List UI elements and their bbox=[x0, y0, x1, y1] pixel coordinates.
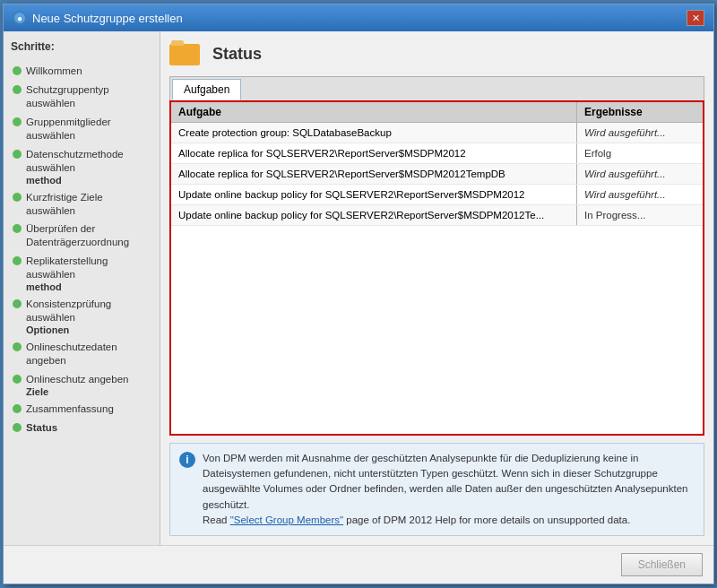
step-dot bbox=[13, 66, 22, 75]
folder-icon bbox=[169, 40, 202, 67]
info-icon: i bbox=[179, 452, 195, 468]
app-icon: ● bbox=[13, 11, 27, 25]
sidebar-item-status[interactable]: Status bbox=[11, 419, 152, 437]
footer: Schließen bbox=[4, 545, 713, 584]
sidebar-item-kurzfristige[interactable]: Kurzfristige Ziele auswählen bbox=[11, 188, 152, 220]
main-window: ● Neue Schutzgruppe erstellen ✕ Schritte… bbox=[3, 4, 714, 584]
info-read-prefix: Read bbox=[203, 514, 230, 525]
sidebar-item-label: Schutzgruppentyp auswählen bbox=[26, 83, 151, 110]
table-row: Allocate replica for SQLSERVER2\ReportSe… bbox=[171, 143, 703, 164]
step-dot bbox=[13, 299, 22, 308]
sidebar-item-label: Gruppenmitglieder auswählen bbox=[26, 116, 151, 143]
sidebar-item-zusammenfassung[interactable]: Zusammenfassung bbox=[11, 400, 152, 419]
sidebar-item-willkommen[interactable]: Willkommen bbox=[11, 62, 152, 81]
sidebar-item-datenschutz[interactable]: Datenschutzmethode auswählen method bbox=[11, 145, 152, 188]
sidebar: Schritte: Willkommen Schutzgruppentyp au… bbox=[4, 31, 160, 545]
sidebar-item-konsistenz[interactable]: Konsistenzprüfung auswählen Optionen bbox=[11, 295, 152, 338]
close-dialog-button[interactable]: Schließen bbox=[621, 553, 703, 576]
title-bar-left: ● Neue Schutzgruppe erstellen bbox=[13, 11, 183, 25]
step-dot bbox=[13, 342, 22, 351]
sidebar-item-label: Zusammenfassung bbox=[26, 402, 114, 416]
info-text: Von DPM werden mit Ausnahme der geschütz… bbox=[203, 451, 695, 528]
info-text-main: Von DPM werden mit Ausnahme der geschütz… bbox=[203, 453, 688, 510]
step-dot bbox=[13, 150, 22, 159]
sidebar-item-onlineschutz1[interactable]: Onlineschutzedaten angeben bbox=[11, 338, 152, 370]
table-header: Aufgabe Ergebnisse bbox=[171, 102, 703, 123]
main-panel: Status Aufgaben Aufgabe Ergebnisse Creat… bbox=[160, 31, 713, 545]
step-dot bbox=[13, 117, 22, 126]
sidebar-item-sub: Optionen bbox=[26, 324, 151, 335]
step-dot bbox=[13, 224, 22, 233]
sidebar-item-schutzgruppentyp[interactable]: Schutzgruppentyp auswählen bbox=[11, 81, 152, 113]
sidebar-item-label: Willkommen bbox=[26, 65, 82, 78]
col-task-header: Aufgabe bbox=[171, 102, 577, 122]
sidebar-item-label: Kurzfristige Ziele auswählen bbox=[26, 191, 151, 218]
close-button[interactable]: ✕ bbox=[687, 10, 704, 26]
info-read-suffix: page of DPM 2012 Help for more details o… bbox=[343, 514, 630, 525]
sidebar-item-label: Replikaterstellung auswählen bbox=[26, 255, 151, 281]
info-box: i Von DPM werden mit Ausnahme der geschü… bbox=[169, 443, 704, 536]
sidebar-item-sub: Ziele bbox=[26, 386, 128, 397]
panel-header: Status bbox=[169, 40, 704, 67]
table-row: Update online backup policy for SQLSERVE… bbox=[171, 185, 703, 205]
sidebar-item-label: Überprüfen der Datenträgerzuordnung bbox=[26, 222, 151, 249]
step-dot bbox=[13, 256, 22, 265]
sidebar-item-label: Konsistenzprüfung auswählen bbox=[26, 298, 151, 324]
result-cell: In Progress... bbox=[577, 205, 703, 225]
sidebar-item-sub: method bbox=[26, 175, 151, 186]
sidebar-item-label: Onlineschutz angeben bbox=[26, 373, 128, 386]
step-dot bbox=[13, 85, 22, 94]
task-cell: Create protection group: SQLDatabaseBack… bbox=[171, 123, 577, 143]
task-cell: Allocate replica for SQLSERVER2\ReportSe… bbox=[171, 143, 577, 163]
sidebar-item-label: Onlineschutzedaten angeben bbox=[26, 341, 151, 368]
content-area: Schritte: Willkommen Schutzgruppentyp au… bbox=[4, 31, 713, 545]
step-dot bbox=[13, 193, 22, 202]
sidebar-item-replikaterstellung[interactable]: Replikaterstellung auswählen method bbox=[11, 252, 152, 295]
title-bar: ● Neue Schutzgruppe erstellen ✕ bbox=[4, 4, 713, 31]
table-row: Update online backup policy for SQLSERVE… bbox=[171, 205, 703, 226]
table-row: Allocate replica for SQLSERVER2\ReportSe… bbox=[171, 164, 703, 185]
step-dot bbox=[13, 423, 22, 432]
result-cell: Wird ausgeführt... bbox=[577, 123, 703, 143]
sidebar-item-label: Datenschutzmethode auswählen bbox=[26, 148, 151, 175]
step-dot bbox=[13, 404, 22, 413]
result-cell: Wird ausgeführt... bbox=[577, 164, 703, 184]
sidebar-item-onlineschutz2[interactable]: Onlineschutz angeben Ziele bbox=[11, 370, 152, 400]
sidebar-item-gruppenmitglieder[interactable]: Gruppenmitglieder auswählen bbox=[11, 113, 152, 145]
tab-bar: Aufgaben bbox=[169, 76, 704, 100]
sidebar-item-uberpruefen[interactable]: Überprüfen der Datenträgerzuordnung bbox=[11, 220, 152, 252]
table-row: Create protection group: SQLDatabaseBack… bbox=[171, 123, 703, 143]
task-cell: Update online backup policy for SQLSERVE… bbox=[171, 185, 577, 204]
tab-aufgaben[interactable]: Aufgaben bbox=[172, 79, 241, 100]
result-cell: Wird ausgeführt... bbox=[577, 185, 703, 204]
sidebar-item-label: Status bbox=[26, 421, 57, 435]
title-bar-controls: ✕ bbox=[687, 10, 704, 26]
select-group-members-link[interactable]: "Select Group Members" bbox=[230, 514, 343, 525]
col-result-header: Ergebnisse bbox=[577, 102, 703, 122]
task-table: Aufgabe Ergebnisse Create protection gro… bbox=[169, 100, 704, 436]
task-cell: Update online backup policy for SQLSERVE… bbox=[171, 205, 577, 225]
page-title: Status bbox=[212, 45, 262, 64]
result-cell: Erfolg bbox=[577, 143, 703, 163]
step-dot bbox=[13, 375, 22, 384]
task-cell: Allocate replica for SQLSERVER2\ReportSe… bbox=[171, 164, 577, 184]
window-title: Neue Schutzgruppe erstellen bbox=[32, 12, 183, 25]
sidebar-item-sub: method bbox=[26, 281, 151, 292]
sidebar-title: Schritte: bbox=[11, 40, 152, 53]
